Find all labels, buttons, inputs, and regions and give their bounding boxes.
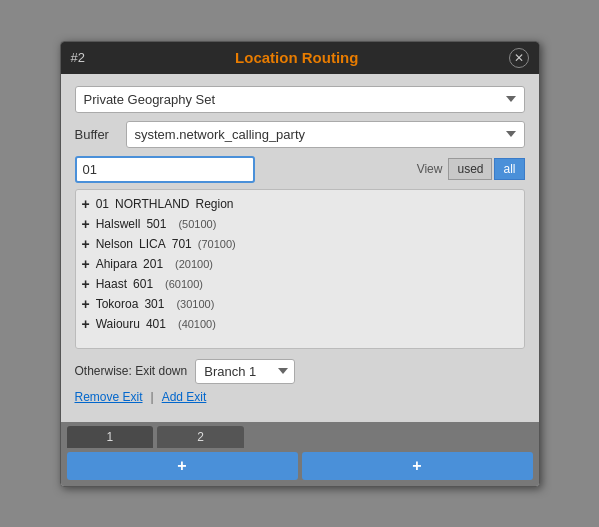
plus-icon[interactable]: + xyxy=(82,236,90,252)
list-item[interactable]: + Nelson LICA 701 (70100) xyxy=(76,234,524,254)
item-location: 501 xyxy=(146,217,166,231)
item-name: Halswell xyxy=(96,217,141,231)
item-type: Region xyxy=(196,197,234,211)
plus-icon[interactable]: + xyxy=(82,196,90,212)
item-name: Waiouru xyxy=(96,317,140,331)
list-item[interactable]: + 01 NORTHLAND Region xyxy=(76,194,524,214)
item-name: Tokoroa xyxy=(96,297,139,311)
branch-select[interactable]: Branch 1 Branch 2 Branch 3 xyxy=(195,359,295,384)
list-item[interactable]: + Haast 601 (60100) xyxy=(76,274,524,294)
geography-set-row: Private Geography Set xyxy=(75,86,525,113)
view-used-button[interactable]: used xyxy=(448,158,492,180)
buffer-label: Buffer xyxy=(75,127,120,142)
search-view-row: View used all xyxy=(75,156,525,183)
item-location: 601 xyxy=(133,277,153,291)
item-location: 301 xyxy=(144,297,164,311)
item-tag: (70100) xyxy=(198,238,236,250)
add-exit-button[interactable]: Add Exit xyxy=(162,390,207,404)
search-input[interactable] xyxy=(75,156,255,183)
bottom-tabs: 1 2 xyxy=(61,422,539,448)
plus-icon[interactable]: + xyxy=(82,296,90,312)
buffer-row: Buffer system.network_calling_party xyxy=(75,121,525,148)
window-number: #2 xyxy=(71,50,85,65)
item-type: 701 xyxy=(172,237,192,251)
item-name: Haast xyxy=(96,277,127,291)
item-tag: (50100) xyxy=(178,218,216,230)
tab-1[interactable]: 1 xyxy=(67,426,154,448)
item-tag: (40100) xyxy=(178,318,216,330)
plus-icon[interactable]: + xyxy=(82,276,90,292)
bottom-actions: + + xyxy=(61,448,539,486)
list-item[interactable]: + Halswell 501 (50100) xyxy=(76,214,524,234)
list-item[interactable]: + Waiouru 401 (40100) xyxy=(76,314,524,334)
item-tag: (60100) xyxy=(165,278,203,290)
tab-2[interactable]: 2 xyxy=(157,426,244,448)
item-location: 401 xyxy=(146,317,166,331)
view-label: View xyxy=(417,162,443,176)
view-all-button[interactable]: all xyxy=(494,158,524,180)
item-location: NORTHLAND xyxy=(115,197,189,211)
close-button[interactable]: ✕ xyxy=(509,48,529,68)
plus-icon[interactable]: + xyxy=(82,216,90,232)
buffer-select[interactable]: system.network_calling_party xyxy=(126,121,525,148)
item-name: Ahipara xyxy=(96,257,137,271)
add-button-2[interactable]: + xyxy=(302,452,533,480)
remove-exit-button[interactable]: Remove Exit xyxy=(75,390,143,404)
item-location: LICA xyxy=(139,237,166,251)
plus-icon[interactable]: + xyxy=(82,316,90,332)
item-tag: (30100) xyxy=(176,298,214,310)
list-item[interactable]: + Tokoroa 301 (30100) xyxy=(76,294,524,314)
content-area: Private Geography Set Buffer system.netw… xyxy=(61,74,539,422)
window-title: Location Routing xyxy=(235,49,358,66)
otherwise-label: Otherwise: Exit down xyxy=(75,364,188,378)
main-window: #2 Location Routing ✕ Private Geography … xyxy=(60,41,540,487)
otherwise-row: Otherwise: Exit down Branch 1 Branch 2 B… xyxy=(75,359,525,384)
item-location: 201 xyxy=(143,257,163,271)
view-controls: View used all xyxy=(417,158,525,180)
geography-set-select[interactable]: Private Geography Set xyxy=(75,86,525,113)
list-item[interactable]: + Ahipara 201 (20100) xyxy=(76,254,524,274)
results-box: + 01 NORTHLAND Region + Halswell 501 (50… xyxy=(75,189,525,349)
links-row: Remove Exit | Add Exit xyxy=(75,390,525,404)
item-name: 01 xyxy=(96,197,109,211)
add-button-1[interactable]: + xyxy=(67,452,298,480)
item-name: Nelson xyxy=(96,237,133,251)
links-separator: | xyxy=(151,390,154,404)
title-bar: #2 Location Routing ✕ xyxy=(61,42,539,74)
item-tag: (20100) xyxy=(175,258,213,270)
plus-icon[interactable]: + xyxy=(82,256,90,272)
